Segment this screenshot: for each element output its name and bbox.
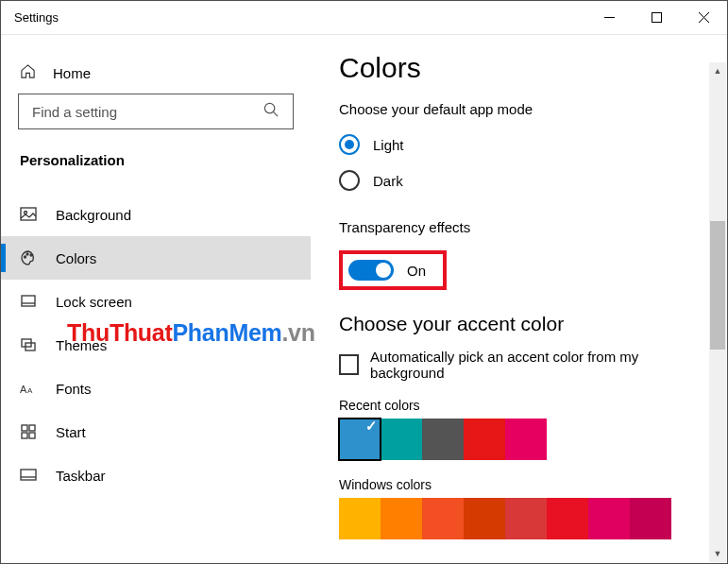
svg-point-7 (25, 212, 27, 214)
radio-light[interactable]: Light (339, 127, 699, 162)
title-bar: Settings (1, 1, 727, 35)
home-icon (20, 63, 36, 82)
svg-text:A: A (20, 384, 27, 395)
windows-colors-label: Windows colors (339, 477, 699, 492)
svg-point-9 (26, 253, 28, 255)
transparency-label: Transparency effects (339, 219, 699, 235)
lock-screen-icon (20, 293, 37, 310)
taskbar-icon (20, 467, 37, 484)
sidebar-item-label: Start (56, 424, 86, 440)
start-icon (20, 423, 37, 440)
svg-line-5 (273, 111, 278, 116)
nav-home-label: Home (53, 65, 91, 81)
color-swatch[interactable] (381, 419, 422, 460)
scrollbar[interactable]: ▲ ▼ (709, 62, 726, 562)
sidebar-item-taskbar[interactable]: Taskbar (1, 453, 311, 497)
search-icon (263, 102, 279, 121)
palette-icon (20, 249, 37, 266)
svg-rect-20 (29, 433, 35, 438)
scroll-thumb[interactable] (710, 221, 725, 350)
picture-icon (20, 206, 37, 223)
content-area: Colors Choose your default app mode Ligh… (311, 35, 727, 563)
color-swatch[interactable] (630, 498, 671, 539)
sidebar-item-start[interactable]: Start (1, 410, 311, 453)
sidebar-item-themes[interactable]: Themes (1, 323, 311, 367)
sidebar-item-background[interactable]: Background (1, 193, 311, 236)
toggle-state: On (407, 263, 426, 279)
checkbox-icon (339, 354, 359, 375)
radio-dark[interactable]: Dark (339, 162, 699, 198)
recent-colors-label: Recent colors (339, 398, 699, 413)
color-swatch[interactable] (381, 498, 422, 539)
brush-icon (20, 336, 37, 353)
scroll-down-icon[interactable]: ▼ (709, 545, 726, 562)
sidebar-item-label: Background (56, 207, 131, 223)
svg-point-4 (264, 103, 274, 112)
color-swatch[interactable] (505, 498, 547, 539)
sidebar-item-lock-screen[interactable]: Lock screen (1, 280, 311, 323)
color-swatch[interactable] (422, 498, 464, 539)
sidebar-item-label: Taskbar (56, 468, 106, 484)
svg-rect-19 (22, 433, 27, 438)
page-title: Colors (339, 52, 699, 84)
svg-rect-21 (21, 470, 36, 480)
radio-label: Light (373, 137, 404, 153)
checkbox-label: Automatically pick an accent color from … (370, 349, 699, 381)
search-input[interactable]: Find a setting (18, 94, 294, 129)
scroll-up-icon[interactable]: ▲ (709, 62, 726, 79)
sidebar-item-fonts[interactable]: AA Fonts (1, 367, 311, 410)
radio-icon (339, 134, 360, 155)
sidebar-item-label: Fonts (56, 381, 92, 397)
windows-colors-row (339, 498, 699, 539)
nav-home[interactable]: Home (1, 52, 311, 94)
color-swatch[interactable] (464, 419, 505, 460)
fonts-icon: AA (20, 380, 37, 397)
sidebar-item-label: Colors (56, 250, 96, 266)
color-swatch[interactable] (547, 498, 588, 539)
svg-rect-11 (22, 296, 35, 306)
sidebar-item-colors[interactable]: Colors (1, 236, 311, 280)
close-button[interactable] (680, 1, 727, 34)
accent-header: Choose your accent color (339, 313, 699, 335)
sidebar-section-title: Personalization (1, 146, 311, 193)
minimize-button[interactable] (585, 1, 633, 34)
transparency-toggle-highlight: On (339, 250, 447, 290)
svg-point-10 (30, 254, 32, 256)
auto-accent-checkbox[interactable]: Automatically pick an accent color from … (339, 349, 699, 381)
color-swatch[interactable] (339, 419, 381, 460)
radio-icon (339, 170, 360, 191)
color-swatch[interactable] (588, 498, 630, 539)
color-swatch[interactable] (464, 498, 505, 539)
sidebar-item-label: Themes (56, 337, 107, 353)
window-controls (585, 1, 727, 34)
svg-rect-17 (22, 425, 27, 431)
recent-colors-row (339, 419, 699, 460)
transparency-toggle[interactable] (348, 260, 394, 281)
scroll-track[interactable] (709, 79, 726, 545)
window-title: Settings (14, 10, 585, 25)
search-placeholder: Find a setting (32, 104, 263, 120)
color-swatch[interactable] (505, 419, 547, 460)
radio-label: Dark (373, 173, 403, 189)
maximize-button[interactable] (633, 1, 680, 34)
svg-point-8 (25, 256, 26, 258)
svg-text:A: A (27, 386, 33, 395)
default-mode-label: Choose your default app mode (339, 101, 699, 117)
sidebar-item-label: Lock screen (56, 294, 132, 310)
color-swatch[interactable] (339, 498, 381, 539)
svg-rect-1 (652, 13, 661, 23)
sidebar: Home Find a setting Personalization Back… (1, 35, 311, 563)
svg-rect-18 (29, 425, 35, 431)
color-swatch[interactable] (422, 419, 464, 460)
